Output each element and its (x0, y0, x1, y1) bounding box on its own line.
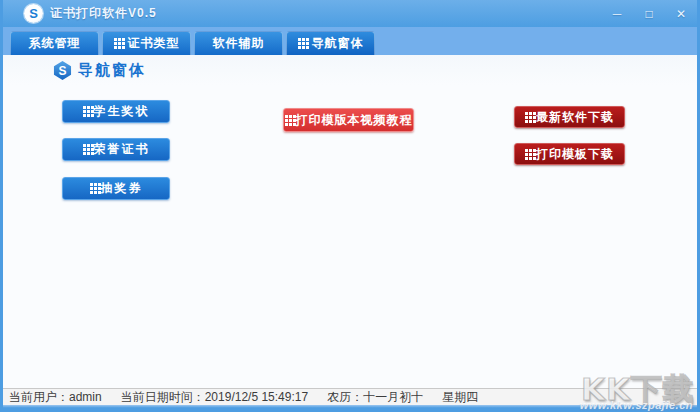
page-title: 导航窗体 (78, 61, 146, 80)
print-template-video-tutorial-button[interactable]: 打印模版本视频教程 (283, 108, 414, 132)
tab-system-management[interactable]: 系统管理 (10, 31, 99, 55)
nav-header-icon: S (53, 61, 72, 80)
tab-label: 证书类型 (128, 35, 180, 52)
tab-software-assist[interactable]: 软件辅助 (194, 31, 283, 55)
button-label: 最新软件下载 (536, 109, 614, 126)
window-controls: ─ □ ✕ (608, 8, 690, 20)
grid-icon (83, 144, 86, 147)
maximize-button[interactable]: □ (640, 8, 658, 20)
status-current-datetime: 当前日期时间：2019/12/5 15:49:17 (121, 389, 308, 406)
grid-icon (525, 149, 528, 152)
window-bottom-border (0, 405, 700, 412)
button-label: 打印模板下载 (536, 146, 614, 163)
button-label: 抽奖券 (101, 180, 143, 197)
app-logo-icon: S (24, 4, 43, 23)
status-bar: 当前用户：admin 当前日期时间：2019/12/5 15:49:17 农历：… (3, 388, 697, 405)
tab-label: 系统管理 (29, 35, 81, 52)
content-area: S 导航窗体 学生奖状 荣誉证书 抽奖券 打印模版本视频教程 最新软件下载 (3, 55, 697, 388)
tab-certificate-type[interactable]: 证书类型 (102, 31, 191, 55)
button-label: 打印模版本视频教程 (296, 112, 413, 129)
tab-bar: 系统管理 证书类型 软件辅助 导航窗体 (3, 27, 697, 55)
button-label: 荣誉证书 (94, 141, 150, 158)
app-window: S 证书打印软件V0.5 ─ □ ✕ 系统管理 证书类型 软件辅助 导航窗体 S… (0, 0, 700, 412)
print-template-download-button[interactable]: 打印模板下载 (514, 143, 625, 165)
close-button[interactable]: ✕ (672, 8, 690, 20)
grid-icon (114, 38, 117, 41)
grid-icon (525, 112, 528, 115)
grid-icon (298, 38, 301, 41)
status-current-user: 当前用户：admin (9, 389, 102, 406)
status-lunar-date: 农历：十一月初十 (327, 389, 423, 406)
latest-software-download-button[interactable]: 最新软件下载 (514, 106, 625, 128)
student-award-button[interactable]: 学生奖状 (62, 100, 170, 123)
title-bar: S 证书打印软件V0.5 ─ □ ✕ (0, 0, 700, 27)
page-header: S 导航窗体 (53, 61, 146, 80)
status-weekday: 星期四 (442, 389, 478, 406)
honor-certificate-button[interactable]: 荣誉证书 (62, 138, 170, 161)
grid-icon (285, 115, 288, 118)
minimize-button[interactable]: ─ (608, 8, 626, 20)
tab-navigation-window[interactable]: 导航窗体 (286, 31, 375, 55)
window-title: 证书打印软件V0.5 (50, 5, 157, 22)
lottery-ticket-button[interactable]: 抽奖券 (62, 177, 170, 200)
tab-label: 导航窗体 (312, 35, 364, 52)
tab-label: 软件辅助 (213, 35, 265, 52)
grid-icon (83, 106, 86, 109)
grid-icon (90, 183, 93, 186)
button-label: 学生奖状 (94, 103, 150, 120)
